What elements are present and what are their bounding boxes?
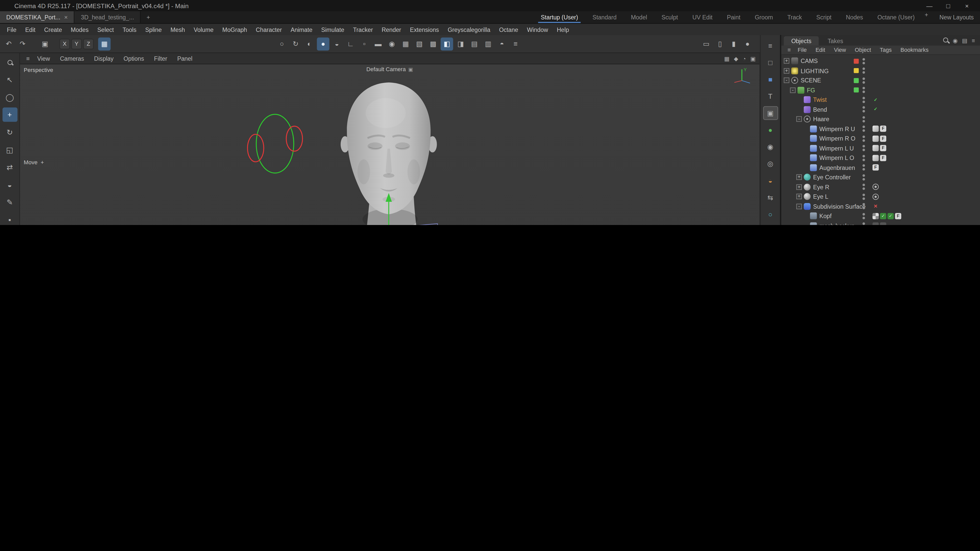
object-row[interactable]: Augenbrauen <box>781 163 980 172</box>
green-tag[interactable] <box>888 213 894 219</box>
menu-item[interactable]: Render <box>377 26 406 33</box>
check-tag[interactable] <box>873 97 879 103</box>
om-menu-item[interactable]: Edit <box>811 47 829 53</box>
object-tags[interactable] <box>873 135 886 141</box>
object-row[interactable]: - Haare <box>781 114 980 124</box>
transfer-tool-icon[interactable]: ⇄ <box>2 160 18 174</box>
object-tags[interactable] <box>873 203 879 210</box>
visibility-dots[interactable] <box>862 165 865 171</box>
visibility-dots[interactable] <box>862 184 865 190</box>
camera-swap-icon[interactable]: ▣ <box>408 67 413 72</box>
expander-icon[interactable]: - <box>784 78 789 83</box>
om-menu-item[interactable]: View <box>830 47 851 53</box>
menu-item[interactable]: MoGraph <box>218 26 251 33</box>
visibility-dots[interactable] <box>862 155 865 161</box>
layout-tab[interactable]: UV Edit <box>692 14 713 21</box>
object-row[interactable]: + Eye L <box>781 192 980 202</box>
menu-item[interactable]: Octane <box>495 26 522 33</box>
new-document-button[interactable]: + <box>141 11 156 23</box>
layout-tab[interactable]: Groom <box>755 14 773 21</box>
visibility-dots[interactable] <box>862 194 865 200</box>
object-tags[interactable] <box>873 213 901 219</box>
sculpt-strip-icon[interactable]: ◒ <box>763 174 778 187</box>
object-row[interactable]: - FG <box>781 85 980 95</box>
object-row[interactable]: + Eye R <box>781 182 980 192</box>
f-tag[interactable] <box>873 165 879 171</box>
menu-item[interactable]: Simulate <box>317 26 348 33</box>
menu-item[interactable]: Greyscalegorilla <box>443 26 495 33</box>
object-tags[interactable] <box>873 165 879 171</box>
om-search-icon[interactable] <box>943 38 948 44</box>
visibility-dots[interactable] <box>862 106 865 113</box>
target-tag[interactable] <box>873 194 879 200</box>
primitive-cube-icon[interactable]: ▦ <box>399 37 412 50</box>
object-tags[interactable] <box>873 184 879 190</box>
visibility-dots[interactable] <box>862 87 865 93</box>
coordinates-strip-icon[interactable]: ◉ <box>763 140 778 154</box>
object-row[interactable]: Wimpern R O <box>781 134 980 143</box>
view-label[interactable]: Perspective <box>24 67 53 73</box>
object-row[interactable]: mesh backup <box>781 221 980 225</box>
green-tag[interactable] <box>880 213 886 219</box>
visibility-dots[interactable] <box>862 116 865 122</box>
layout-tab[interactable]: Script <box>816 14 832 21</box>
coordinate-system-icon[interactable]: ∟ <box>344 37 357 50</box>
menu-item[interactable]: Edit <box>21 26 40 33</box>
f-tag[interactable] <box>880 126 886 132</box>
gizmo-toggle-icon[interactable]: ◆ <box>734 56 738 62</box>
menu-item[interactable]: Help <box>552 26 573 33</box>
rotate-view-icon[interactable]: ↻ <box>290 37 302 50</box>
new-layouts-button[interactable]: New Layouts <box>939 11 980 23</box>
spline-pen-icon[interactable]: ▧ <box>413 37 426 50</box>
menu-item[interactable]: Modes <box>66 26 93 33</box>
layout-tab[interactable]: Sculpt <box>662 14 678 21</box>
render-queue-strip-icon[interactable]: ▭ <box>763 224 778 225</box>
material-ball-icon[interactable]: ● <box>741 37 754 50</box>
camera-label[interactable]: Default Camera ▣ <box>366 66 413 73</box>
workplane-mode-icon[interactable]: ▫ <box>358 37 371 50</box>
menu-item[interactable]: Create <box>40 26 66 33</box>
layout-tab[interactable]: Track <box>788 14 802 21</box>
type-tool-strip-icon[interactable]: T <box>763 89 778 103</box>
visibility-dots[interactable] <box>862 126 865 132</box>
viewport-menu-item[interactable]: Panel <box>172 55 197 62</box>
rotate-tool-icon[interactable]: ↻ <box>2 125 18 139</box>
visibility-dots[interactable] <box>862 174 865 180</box>
object-tags[interactable] <box>873 222 886 225</box>
structure-strip-icon[interactable]: ◎ <box>763 157 778 171</box>
f-tag[interactable] <box>880 135 886 141</box>
expander-icon[interactable]: + <box>796 175 802 180</box>
object-manager-strip-icon[interactable]: ≡ <box>763 39 778 52</box>
hairmat-tag[interactable] <box>873 126 879 132</box>
expander-icon[interactable]: + <box>796 194 802 200</box>
visibility-dots[interactable] <box>862 222 865 225</box>
axis-x-button[interactable]: X <box>59 38 70 49</box>
om-hierarchy-icon[interactable]: ◉ <box>953 38 958 44</box>
layout-tab[interactable]: Model <box>631 14 647 21</box>
menu-item[interactable]: Window <box>523 26 552 33</box>
menu-item[interactable]: Mesh <box>166 26 189 33</box>
single-panel-icon[interactable]: ▭ <box>700 37 713 50</box>
viewport-menu-icon[interactable]: ≡ <box>24 55 32 62</box>
maximize-button[interactable]: □ <box>939 2 957 9</box>
pen-tool-icon[interactable]: ✎ <box>2 195 18 209</box>
object-tags[interactable] <box>873 194 879 200</box>
menu-item[interactable]: Volume <box>189 26 218 33</box>
volume-icon[interactable]: ◨ <box>454 37 467 50</box>
layer-color-swatch[interactable] <box>854 59 859 64</box>
document-tab[interactable]: 3D_head_testing_... × <box>75 11 141 23</box>
layout-tab[interactable]: Octane (User) <box>877 14 915 21</box>
object-manager-tab[interactable]: Takes <box>820 36 851 46</box>
content-browser-strip-icon[interactable]: ■ <box>763 73 778 86</box>
om-filter-icon[interactable]: ▤ <box>962 38 967 44</box>
f-tag[interactable] <box>880 145 886 151</box>
viewport-menu-item[interactable]: Cameras <box>55 55 89 62</box>
expander-icon[interactable]: - <box>790 87 796 93</box>
layout-tab[interactable]: Standard <box>592 14 616 21</box>
material-manager-strip-icon[interactable]: ● <box>763 123 778 137</box>
object-row[interactable]: Wimpern R U <box>781 124 980 134</box>
layer-color-swatch[interactable] <box>854 78 859 83</box>
lasso-select-icon[interactable]: ◯ <box>2 90 18 104</box>
dim-tag[interactable] <box>873 222 879 225</box>
workplane-icon[interactable]: ▦ <box>98 37 110 50</box>
